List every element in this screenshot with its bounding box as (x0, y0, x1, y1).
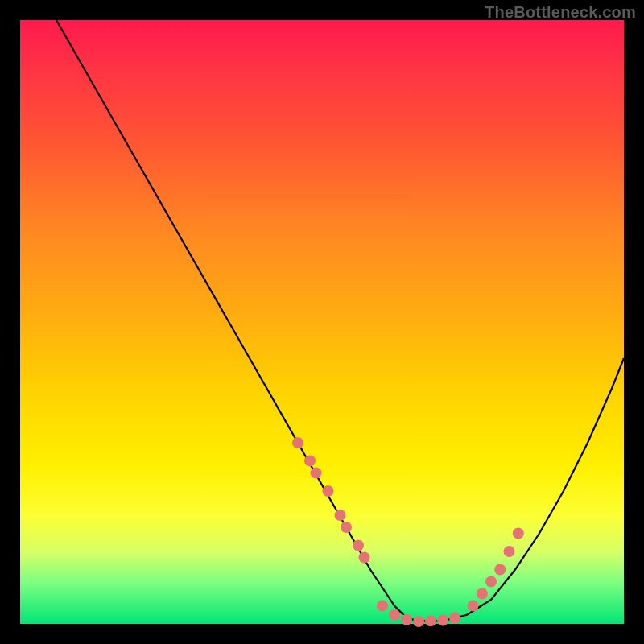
data-marker (513, 528, 524, 539)
data-marker (335, 510, 346, 521)
watermark-text: TheBottleneck.com (485, 3, 636, 22)
data-marker (485, 576, 497, 588)
data-marker (353, 540, 364, 551)
data-marker (477, 588, 488, 600)
data-marker (359, 552, 370, 564)
data-marker (377, 601, 388, 612)
chart-svg (20, 20, 624, 624)
chart-plot-area (20, 20, 624, 624)
data-marker (504, 546, 515, 557)
data-marker (304, 456, 316, 467)
data-marker (323, 485, 334, 497)
data-markers (292, 437, 524, 627)
data-marker (437, 615, 448, 626)
data-marker (401, 614, 412, 625)
data-marker (292, 437, 303, 448)
data-marker (468, 601, 479, 612)
data-marker (413, 616, 424, 627)
bottleneck-curve (56, 20, 624, 621)
chart-frame: TheBottleneck.com (0, 0, 644, 644)
data-marker (389, 609, 400, 621)
data-marker (311, 468, 322, 479)
data-marker (494, 564, 506, 576)
data-marker (341, 522, 352, 533)
data-marker (449, 613, 460, 624)
data-marker (425, 615, 436, 626)
